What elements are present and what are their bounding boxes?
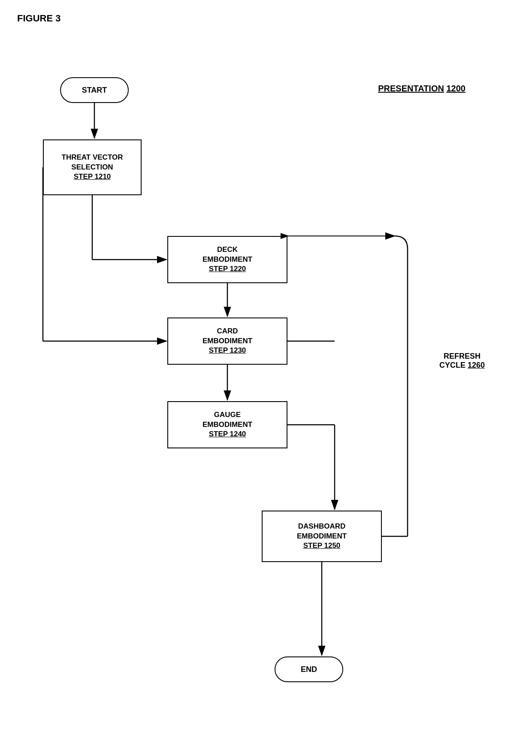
threat-vector-box: THREAT VECTORSELECTION STEP 1210 [43, 139, 142, 195]
dashboard-embodiment-box: DASHBOARDEMBODIMENT STEP 1250 [262, 511, 382, 562]
refresh-cycle-label: REFRESHCYCLE 1260 [439, 352, 485, 370]
gauge-title: GAUGEEMBODIMENT [203, 410, 252, 430]
gauge-embodiment-box: GAUGEEMBODIMENT STEP 1240 [167, 401, 287, 448]
deck-step: STEP 1220 [209, 264, 246, 274]
card-title: CARDEMBODIMENT [203, 327, 252, 346]
figure-label: FIGURE 3 [17, 13, 60, 24]
start-node: START [60, 77, 129, 103]
end-node: END [275, 656, 343, 682]
dashboard-step: STEP 1250 [303, 541, 341, 551]
card-embodiment-box: CARDEMBODIMENT STEP 1230 [167, 318, 287, 365]
deck-embodiment-box: DECKEMBODIMENT STEP 1220 [167, 236, 287, 283]
deck-title: DECKEMBODIMENT [203, 245, 252, 265]
gauge-step: STEP 1240 [209, 429, 246, 439]
threat-vector-step: STEP 1210 [74, 172, 111, 182]
card-step: STEP 1230 [209, 346, 246, 356]
dashboard-title: DASHBOARDEMBODIMENT [297, 522, 347, 541]
threat-vector-title: THREAT VECTORSELECTION [62, 153, 123, 172]
flowchart: START THREAT VECTORSELECTION STEP 1210 D… [34, 43, 506, 738]
